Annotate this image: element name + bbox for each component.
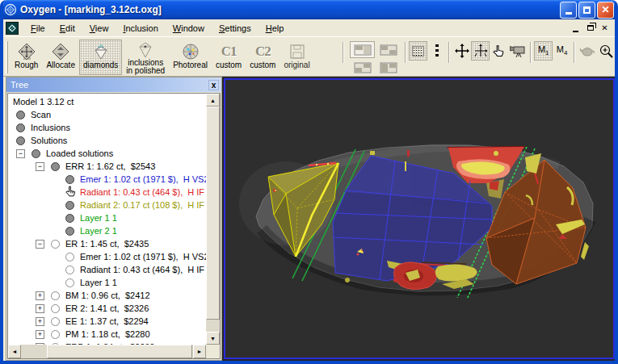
title-bar[interactable]: Oxygen - [marking_3.12ct.oxg] ✕ (0, 0, 618, 19)
tree-row[interactable]: +ER 2: 1.41 ct, $2326 (8, 302, 206, 315)
mdi-close-button[interactable]: ✕ (598, 22, 612, 34)
tree-row[interactable]: +PM 1: 1.18 ct, $2280 (8, 328, 206, 341)
tree-row[interactable]: −Loaded solutions (8, 147, 206, 160)
rough-diamond-icon (17, 42, 36, 61)
horizontal-scroll-thumb[interactable] (47, 345, 192, 358)
vertical-dots-icon (435, 44, 439, 58)
tree-node-circle-icon (65, 227, 74, 236)
expand-icon[interactable]: + (36, 330, 44, 339)
original-button[interactable]: original (280, 40, 313, 75)
menu-item-settings[interactable]: Settings (212, 21, 259, 36)
tree-panel-title: Tree (11, 80, 208, 90)
tree-panel: Tree x Model 1 3.12 ctScanInclusionsSolu… (6, 77, 222, 361)
tree-row[interactable]: Inclusions (8, 121, 206, 134)
menu-item-edit[interactable]: Edit (53, 21, 82, 36)
layout-quad-button-1[interactable] (350, 41, 375, 58)
tree-row[interactable]: Layer 1 1 (8, 211, 206, 224)
mdi-restore-button[interactable] (583, 22, 597, 34)
tree-row-label: Emer 1: 1.02 ct (1971 $), H VS2 (80, 174, 206, 184)
menu-item-window[interactable]: Window (166, 21, 212, 36)
tree-row[interactable]: Emer 1: 1.02 ct (1971 $), H VS2 (8, 173, 206, 186)
rough-button[interactable]: Rough (11, 40, 42, 75)
stipple-grid-button[interactable] (409, 41, 427, 61)
menu-item-file[interactable]: File (23, 21, 53, 36)
tree-row[interactable]: Radiant 1: 0.43 ct (464 $), H IF (8, 263, 206, 276)
tree-row-label: Solutions (31, 136, 67, 145)
vertical-dots-button[interactable] (427, 41, 446, 61)
tree-node-circle-icon (65, 278, 74, 287)
menu-item-help[interactable]: Help (259, 21, 292, 36)
mdi-minimize-button[interactable] (569, 22, 582, 34)
scroll-down-button[interactable]: ▼ (206, 332, 220, 345)
tree-row[interactable]: Model 1 3.12 ct (8, 95, 206, 108)
toolbar-grip[interactable] (6, 41, 8, 73)
collapse-icon[interactable]: − (36, 162, 44, 171)
menu-item-view[interactable]: View (82, 21, 116, 36)
tree-row[interactable]: +EE 1: 1.37 ct, $2294 (8, 315, 206, 328)
tree-node-circle-icon (65, 175, 74, 184)
axes-button[interactable] (471, 41, 490, 61)
tree-row-label: ERR 1: 1.62 ct, $2543 (65, 161, 155, 171)
tree-row[interactable]: −ER 1: 1.45 ct, $2435 (8, 237, 206, 250)
mdi-restore-icon (587, 25, 594, 31)
tree-row[interactable]: +BM 1: 0.96 ct, $2412 (8, 289, 206, 302)
m4-view-button[interactable]: M4 (553, 41, 571, 61)
maximize-icon (583, 6, 591, 14)
expand-icon[interactable]: + (36, 291, 44, 300)
zoom-button[interactable] (596, 41, 615, 61)
expand-icon[interactable]: + (36, 304, 44, 313)
toolbar-separator (343, 42, 344, 63)
inclusions-in-polished-button[interactable]: inclusions in polished (122, 40, 169, 75)
allocate-button[interactable]: Allocate (42, 40, 79, 75)
tree-vertical-scrollbar[interactable]: ▲ ▼ (206, 94, 220, 345)
layout-quad-button-4[interactable] (376, 59, 401, 76)
tree-row[interactable]: Solutions (8, 134, 206, 147)
c2-custom-button[interactable]: C2 custom (246, 40, 280, 75)
tree-panel-header[interactable]: Tree x (6, 77, 221, 92)
tree-row-label: Model 1 3.12 ct (13, 97, 74, 107)
diamonds-button[interactable]: diamonds (79, 40, 122, 75)
m1-view-button[interactable]: M1 (534, 41, 553, 61)
teapot-render-button[interactable] (578, 41, 596, 61)
photoreal-button[interactable]: Photoreal (169, 40, 212, 75)
minimize-button[interactable] (560, 2, 577, 19)
scroll-left-button[interactable]: ◄ (8, 345, 21, 358)
scroll-up-button[interactable]: ▲ (206, 94, 220, 107)
tree-row[interactable]: Scan (8, 108, 206, 121)
tree-row[interactable]: Layer 1 1 (8, 276, 206, 289)
mdi-window-controls: ✕ (569, 22, 615, 34)
maximize-button[interactable] (578, 2, 595, 19)
menu-item-hotkey: F (31, 23, 36, 33)
tree-row[interactable]: −ERR 1: 1.62 ct, $2543 (8, 160, 206, 173)
menu-bar: FileEditViewInclusionWindowSettingsHelp … (3, 19, 615, 37)
layout-quad-button-2[interactable] (376, 41, 401, 58)
tree-horizontal-scrollbar[interactable]: ◄ ► (8, 345, 206, 358)
tree-row-label: Radiant 1: 0.43 ct (464 $), H IF (80, 187, 204, 197)
vertical-scroll-thumb[interactable] (206, 107, 220, 320)
menu-item-rest: nclusion (125, 23, 158, 33)
c1-custom-icon: C1 (221, 44, 237, 60)
scroll-right-button[interactable]: ► (193, 345, 206, 358)
document-icon[interactable] (6, 22, 19, 35)
hand-tool-button[interactable] (490, 41, 508, 61)
collapse-icon[interactable]: − (16, 149, 25, 158)
layout-quad-button-3[interactable] (350, 59, 375, 76)
tree-row[interactable]: Layer 2 1 (8, 224, 206, 237)
tree-node-circle-icon (51, 304, 60, 313)
oxygen-window: Oxygen - [marking_3.12ct.oxg] ✕ FileEdit… (0, 0, 618, 364)
tree-panel-close-button[interactable]: x (208, 80, 219, 90)
viewport-3d[interactable] (224, 78, 615, 359)
expand-icon[interactable]: + (36, 317, 44, 326)
tree-row[interactable]: Radiant 2: 0.17 ct (108 $), H IF (8, 199, 206, 211)
tree-row[interactable]: Emer 1: 1.02 ct (1971 $), H VS2 (8, 250, 206, 263)
collapse-icon[interactable]: − (36, 240, 44, 249)
menu-item-rest: ettings (225, 23, 250, 33)
tree-row[interactable]: Radiant 1: 0.43 ct (464 $), H IF (8, 186, 206, 199)
pan-button[interactable] (452, 41, 471, 61)
close-button[interactable]: ✕ (597, 2, 614, 19)
c1-custom-button[interactable]: C1 custom (212, 40, 246, 75)
camera-button[interactable] (508, 41, 528, 61)
tree-row-label: Emer 1: 1.02 ct (1971 $), H VS2 (80, 252, 206, 261)
menu-item-inclusion[interactable]: Inclusion (116, 21, 165, 36)
photoreal-sphere-icon (181, 42, 200, 61)
